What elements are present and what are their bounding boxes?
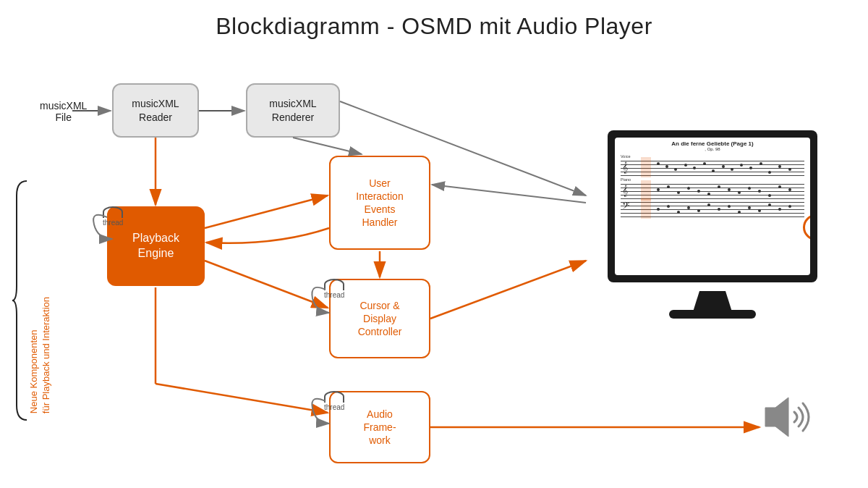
- svg-marker-0: [765, 397, 788, 437]
- sheet-title: An die ferne Geliebte (Page 1): [615, 140, 810, 147]
- neue-komponenten-label: Neue Komponentenfür Playback und Interak…: [11, 174, 33, 427]
- thread-1: thread: [103, 206, 123, 227]
- thread-2: thread: [324, 279, 344, 299]
- neue-komponenten-text: Neue Komponentenfür Playback und Interak…: [28, 297, 53, 413]
- musicxml-renderer-box: musicXMLRenderer: [246, 83, 340, 138]
- svg-line-13: [156, 384, 328, 413]
- svg-line-10: [205, 261, 328, 308]
- svg-line-9: [205, 195, 328, 228]
- speaker-icon: [760, 392, 817, 445]
- svg-line-15: [432, 185, 586, 203]
- musicxml-file-label: musicXMLFile: [40, 100, 87, 123]
- monitor-foot: [669, 310, 756, 319]
- musicxml-reader-box: musicXMLReader: [112, 83, 199, 138]
- svg-line-7: [293, 138, 362, 154]
- sheet-music: An die ferne Geliebte (Page 1) , Op. 98 …: [615, 138, 810, 275]
- user-interaction-box: UserInteractionEventsHandler: [329, 156, 430, 250]
- svg-line-14: [430, 261, 586, 319]
- page-title: Blockdiagramm - OSMD mit Audio Player: [0, 0, 868, 40]
- monitor: An die ferne Geliebte (Page 1) , Op. 98 …: [608, 130, 832, 319]
- thread-3: thread: [324, 391, 344, 411]
- monitor-screen: An die ferne Geliebte (Page 1) , Op. 98 …: [608, 130, 817, 282]
- sheet-subtitle: , Op. 98: [615, 147, 810, 151]
